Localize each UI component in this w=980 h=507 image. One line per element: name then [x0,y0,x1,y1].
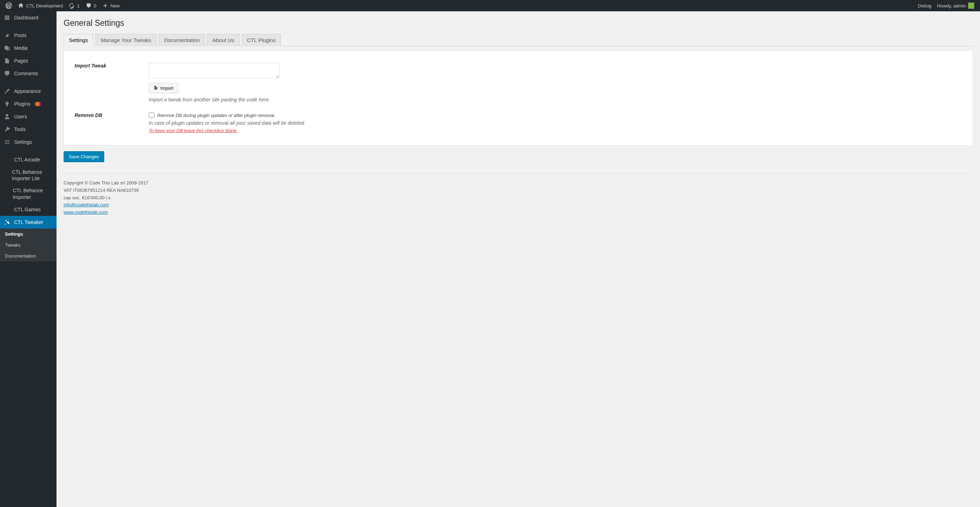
sidebar-item-label: Settings [14,139,32,145]
main-content: General Settings Settings Manage Your Tw… [57,11,980,507]
submenu-item-settings[interactable]: Settings [0,229,57,240]
tab-settings[interactable]: Settings [64,34,93,46]
brush-icon [3,87,11,95]
site-name: CTL Development [26,3,63,8]
plug-icon [3,100,11,107]
tab-manage-tweaks[interactable]: Manage Your Tweaks [95,34,156,46]
footer-vat: VAT IT06367951214 REA NA810739 [64,187,973,194]
sidebar-item-label: CTL Behance Importer [13,187,53,200]
footer-website-link[interactable]: www.codethislab.com [64,210,108,215]
sidebar-item-label: Tools [14,127,26,132]
sidebar-item-label: Users [14,114,27,119]
import-tweak-label: Import Tweak [71,63,149,102]
settings-panel: Import Tweak Import Import a tweak from … [64,51,973,146]
page-icon [3,57,11,64]
sidebar-item-media[interactable]: Media [0,42,57,54]
media-icon [3,45,11,52]
sidebar-item-label: Media [14,45,27,51]
new-label: New [111,3,120,8]
updates-link[interactable]: 1 [66,0,82,11]
comments-link[interactable]: 0 [83,0,99,11]
footer-info: Copyright © Code This Lab srl 2009-2017 … [64,180,973,216]
sidebar-item-label: Pages [14,58,28,64]
sidebar-item-users[interactable]: Users [0,110,57,123]
remove-db-checkbox-label: Remove DB during plugin updates or after… [157,113,275,118]
submenu-item-documentation[interactable]: Documentation [0,251,57,261]
sidebar-item-dashboard[interactable]: Dashboard [0,11,57,24]
save-button[interactable]: Save Changes [64,151,104,162]
pin-icon [3,32,11,39]
update-icon [68,3,75,9]
footer-copyright: Copyright © Code This Lab srl 2009-2017 [64,180,973,187]
remove-db-checkbox[interactable] [149,112,154,118]
sidebar-item-label: Appearance [14,88,41,94]
footer-email-link[interactable]: info@codethislab.com [64,202,109,207]
submenu: Settings Tweaks Documentation [0,229,57,261]
comments-count: 0 [94,3,97,8]
footer-cap: cap soc. €16'000,00 i.v. [64,194,973,202]
admin-bar: CTL Development 1 0 New Debug Howdy, adm… [0,0,980,11]
sidebar-item-settings[interactable]: Settings [0,136,57,148]
import-button-label: Import [161,86,173,91]
footer-separator [64,173,973,174]
sidebar-item-label: Dashboard [14,15,38,21]
updates-count: 1 [77,3,80,8]
tab-about-us[interactable]: About Us [207,34,240,46]
remove-db-desc: In case of plugin updates or removal all… [149,120,966,126]
howdy-label: Howdy, admin [937,3,966,8]
sidebar-item-appearance[interactable]: Appearance [0,85,57,97]
comment-icon [86,3,92,9]
sidebar-item-plugins[interactable]: Plugins 1 [0,97,57,110]
sidebar-item-label: Posts [14,32,27,38]
howdy-link[interactable]: Howdy, admin [934,0,977,11]
sidebar-item-label: CTL Tweaker [14,219,43,225]
page-title: General Settings [64,18,973,28]
nav-tabs: Settings Manage Your Tweaks Documentatio… [64,33,973,46]
sidebar-item-ctl-games[interactable]: CTL Games [0,203,57,216]
import-tweak-textarea[interactable] [149,63,280,78]
wand-icon [3,219,11,226]
debug-label: Debug [918,3,931,8]
admin-sidebar: Dashboard Posts Media Pages Comments App… [0,11,57,507]
submenu-item-tweaks[interactable]: Tweaks [0,240,57,251]
sidebar-item-label: Comments [14,71,38,76]
user-icon [3,113,11,120]
wrench-icon [3,126,11,133]
sidebar-item-label: CTL Games [14,207,41,212]
import-desc: Import a tweak from another site pasting… [149,97,966,102]
import-button[interactable]: Import [149,83,178,93]
tab-ctl-plugins[interactable]: CTL Plugins [242,34,281,46]
sidebar-item-tools[interactable]: Tools [0,123,57,136]
wp-logo[interactable] [3,0,15,11]
sidebar-item-comments[interactable]: Comments [0,67,57,80]
avatar [968,3,974,9]
sliders-icon [3,138,11,146]
plugins-badge: 1 [35,102,41,106]
sidebar-item-ctl-behance[interactable]: CTL Behance Importer [0,184,57,203]
remove-db-warning: To keep your DB leave this checkbox blan… [149,128,966,133]
remove-db-label: Remove DB [71,112,149,133]
sidebar-item-label: CTL Behance Importer Lite [12,169,53,181]
comment-icon [3,70,11,77]
import-icon [153,85,158,91]
sidebar-item-label: Plugins [14,101,30,107]
wordpress-icon [6,3,12,9]
new-link[interactable]: New [99,0,123,11]
sidebar-item-label: CTL Arcade [14,157,40,162]
sidebar-item-posts[interactable]: Posts [0,29,57,42]
sidebar-item-ctl-arcade[interactable]: CTL Arcade [0,153,57,166]
site-name-link[interactable]: CTL Development [15,0,66,11]
sidebar-item-pages[interactable]: Pages [0,54,57,67]
sidebar-item-ctl-tweaker[interactable]: CTL Tweaker [0,216,57,229]
tab-documentation[interactable]: Documentation [159,34,205,46]
plus-icon [102,3,108,9]
dashboard-icon [3,14,11,21]
home-icon [18,3,24,9]
sidebar-item-ctl-behance-lite[interactable]: CTL Behance Importer Lite [0,166,57,184]
debug-link[interactable]: Debug [915,0,934,11]
